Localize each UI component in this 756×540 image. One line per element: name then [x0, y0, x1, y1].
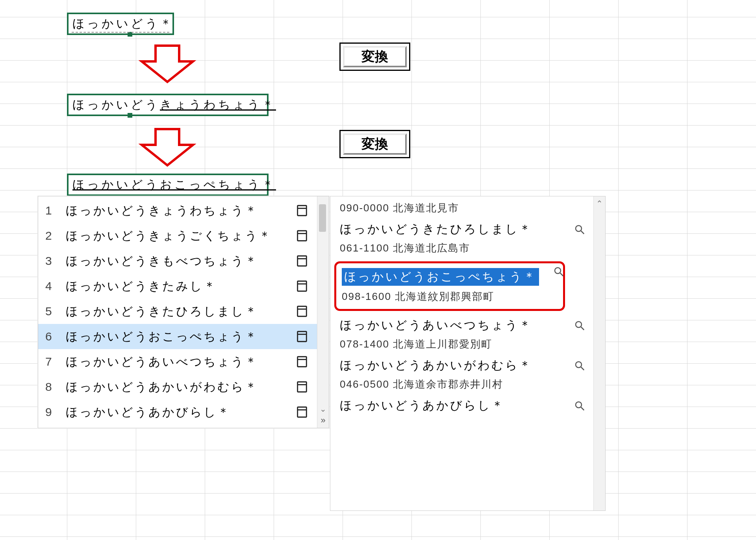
svg-point-24 — [576, 362, 582, 368]
ime-text: ほっかいどう＊ — [72, 17, 174, 30]
detail-item[interactable]: 090-0000 北海道北見市 — [340, 201, 584, 215]
candidate-text: ほっかいどうあかいがわむら＊ — [66, 379, 294, 395]
svg-line-25 — [581, 367, 584, 370]
ime-cell-3[interactable]: ほっかいどうおこっぺちょう＊ — [67, 174, 269, 196]
ime-candidate-list: 1ほっかいどうきょうわちょう＊2ほっかいどうきょうごくちょう＊3ほっかいどうきも… — [38, 196, 329, 428]
candidate-row[interactable]: 4ほっかいどうきたみし＊ — [38, 274, 317, 299]
search-icon[interactable] — [574, 360, 586, 373]
svg-line-19 — [581, 231, 584, 234]
candidate-number: 5 — [45, 305, 66, 318]
detail-reading: ほっかいどうあいべつちょう＊ — [340, 317, 532, 333]
ime-cell-2[interactable]: ほっかいどうきょうわちょう＊ — [67, 94, 269, 116]
svg-rect-10 — [298, 331, 307, 342]
detail-item[interactable]: ほっかいどうあかいがわむら＊046-0500 北海道余市郡赤井川村 — [340, 357, 584, 391]
dictionary-icon[interactable] — [294, 355, 310, 368]
search-icon[interactable] — [574, 400, 586, 413]
fill-handle[interactable] — [128, 113, 132, 118]
candidate-row[interactable]: 9ほっかいどうあかびらし＊ — [38, 399, 317, 425]
candidate-row[interactable]: 7ほっかいどうあいべつちょう＊ — [38, 349, 317, 374]
dictionary-icon[interactable] — [294, 405, 310, 419]
detail-item[interactable]: ほっかいどうあいべつちょう＊078-1400 北海道上川郡愛別町 — [340, 317, 584, 351]
candidate-row[interactable]: 8ほっかいどうあかいがわむら＊ — [38, 374, 317, 399]
expand-icon[interactable]: » — [317, 415, 329, 425]
svg-rect-4 — [298, 256, 307, 266]
dictionary-icon[interactable] — [294, 229, 310, 242]
search-icon[interactable] — [553, 266, 565, 279]
scroll-up-icon[interactable]: ⌃ — [594, 199, 605, 208]
scrollbar[interactable]: ⌄ » — [317, 196, 329, 428]
detail-item-highlighted[interactable]: ほっかいどうおこっぺちょう＊098-1600 北海道紋別郡興部町 — [334, 261, 565, 311]
down-arrow-icon — [138, 43, 197, 86]
candidate-text: ほっかいどうきたみし＊ — [66, 278, 294, 294]
henkan-key-button[interactable]: 変換 — [339, 43, 410, 71]
ime-text-converting: きょうわちょう＊ — [160, 98, 276, 111]
detail-reading: ほっかいどうおこっぺちょう＊ — [342, 268, 539, 286]
candidate-text: ほっかいどうきもべつちょう＊ — [66, 253, 294, 269]
svg-rect-14 — [298, 382, 307, 392]
fill-handle[interactable] — [128, 32, 132, 37]
candidate-row[interactable]: 2ほっかいどうきょうごくちょう＊ — [38, 223, 317, 248]
svg-line-23 — [581, 327, 584, 330]
svg-line-27 — [581, 407, 584, 411]
search-icon[interactable] — [574, 320, 586, 333]
ime-text: ほっかいどうおこっぺちょう＊ — [72, 178, 276, 191]
candidate-number: 9 — [45, 405, 66, 419]
candidate-text: ほっかいどうおこっぺちょう＊ — [66, 329, 294, 345]
dictionary-icon[interactable] — [294, 330, 310, 343]
henkan-key-button[interactable]: 変換 — [339, 130, 410, 158]
detail-address: 098-1600 北海道紋別郡興部町 — [342, 290, 558, 303]
detail-reading: ほっかいどうあかびらし＊ — [340, 398, 505, 414]
ime-cell-1[interactable]: ほっかいどう＊ — [67, 13, 174, 35]
candidate-text: ほっかいどうきょうわちょう＊ — [66, 203, 294, 219]
detail-item[interactable]: ほっかいどうきたひろしまし＊061-1100 北海道北広島市 — [340, 221, 584, 255]
svg-rect-0 — [298, 205, 307, 216]
detail-reading: ほっかいどうあかいがわむら＊ — [340, 357, 532, 374]
svg-point-26 — [576, 402, 582, 408]
detail-address: 078-1400 北海道上川郡愛別町 — [340, 337, 584, 351]
dictionary-icon[interactable] — [294, 305, 310, 318]
detail-address: 061-1100 北海道北広島市 — [340, 241, 584, 255]
detail-item[interactable]: ほっかいどうあかびらし＊ — [340, 398, 584, 414]
detail-address: 046-0500 北海道余市郡赤井川村 — [340, 377, 584, 391]
ime-text-plain: ほっかいどう — [72, 98, 160, 111]
ime-detail-panel: 090-0000 北海道北見市ほっかいどうきたひろしまし＊061-1100 北海… — [330, 196, 606, 511]
candidate-row[interactable]: 5ほっかいどうきたひろしまし＊ — [38, 299, 317, 324]
svg-point-18 — [576, 226, 582, 231]
candidate-text: ほっかいどうきたひろしまし＊ — [66, 303, 294, 320]
candidate-number: 7 — [45, 355, 66, 368]
svg-rect-6 — [298, 281, 307, 291]
svg-point-20 — [555, 268, 561, 274]
candidate-row[interactable]: 3ほっかいどうきもべつちょう＊ — [38, 248, 317, 274]
candidate-number: 2 — [45, 229, 66, 242]
candidate-text: ほっかいどうあいべつちょう＊ — [66, 354, 294, 370]
candidate-number: 8 — [45, 380, 66, 394]
dictionary-icon[interactable] — [294, 254, 310, 268]
key-label: 変換 — [361, 135, 388, 153]
scrollbar-thumb[interactable] — [319, 204, 326, 232]
search-icon[interactable] — [574, 224, 586, 237]
candidate-number: 4 — [45, 279, 66, 293]
dictionary-icon[interactable] — [294, 279, 310, 293]
svg-point-22 — [576, 322, 582, 327]
candidate-number: 1 — [45, 204, 66, 217]
svg-rect-12 — [298, 357, 307, 367]
dictionary-icon[interactable] — [294, 380, 310, 394]
dictionary-icon[interactable] — [294, 204, 310, 217]
svg-rect-16 — [298, 407, 307, 417]
scroll-down-icon[interactable]: ⌄ — [317, 404, 329, 414]
detail-address: 090-0000 北海道北見市 — [340, 201, 584, 215]
candidate-row[interactable]: 6ほっかいどうおこっぺちょう＊ — [38, 324, 317, 349]
candidate-text: ほっかいどうあかびらし＊ — [66, 404, 294, 420]
scrollbar[interactable]: ⌃ — [593, 196, 605, 510]
svg-rect-8 — [298, 306, 307, 316]
key-label: 変換 — [361, 48, 388, 66]
svg-rect-2 — [298, 231, 307, 241]
down-arrow-icon — [138, 126, 197, 169]
candidate-number: 6 — [45, 330, 66, 343]
candidate-number: 3 — [45, 254, 66, 268]
candidate-row[interactable]: 1ほっかいどうきょうわちょう＊ — [38, 198, 317, 223]
detail-reading: ほっかいどうきたひろしまし＊ — [340, 221, 532, 237]
svg-line-21 — [560, 273, 563, 276]
candidate-text: ほっかいどうきょうごくちょう＊ — [66, 228, 294, 244]
